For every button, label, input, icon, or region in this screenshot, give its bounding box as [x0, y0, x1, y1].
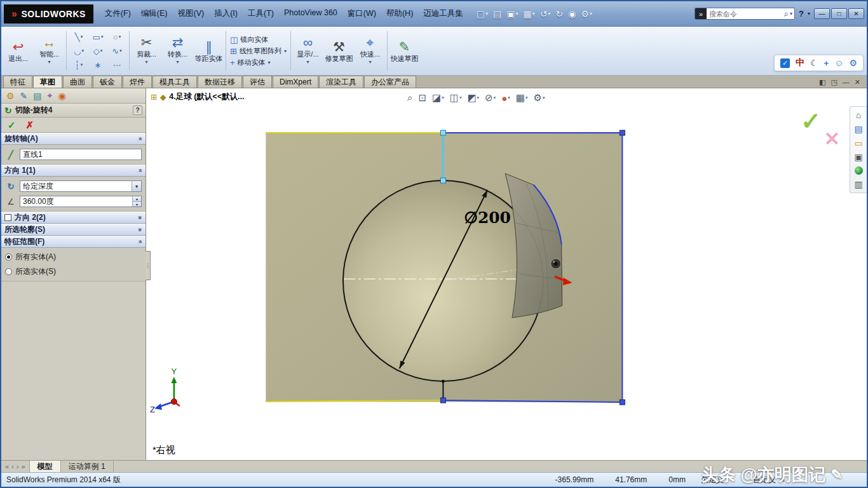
part-name[interactable]: 4.足球 (默认<<默认...: [169, 92, 244, 102]
menu-window[interactable]: 窗口(W): [342, 6, 381, 22]
cancel-button[interactable]: ✗: [26, 119, 34, 131]
display-style-button[interactable]: ◩▾: [465, 92, 481, 104]
tree-expand-icon[interactable]: ⊞: [151, 93, 157, 102]
home-icon[interactable]: ⌂: [856, 111, 861, 119]
rectangle-tool[interactable]: ▭▾: [88, 30, 107, 44]
vertex-handle-top-right[interactable]: [620, 130, 625, 135]
print-button[interactable]: ▦▾: [522, 8, 537, 20]
view-orientation-button[interactable]: ◫▾: [448, 92, 464, 104]
tab-office-products[interactable]: 办公室产品: [364, 76, 416, 88]
quick-snaps-button[interactable]: ⌖ 快速... ▾: [355, 28, 386, 74]
search-scope-icon[interactable]: »: [695, 8, 707, 19]
design-library-icon[interactable]: ▤: [854, 125, 862, 133]
confirm-cancel-button[interactable]: ✕: [824, 128, 840, 150]
zoom-area-button[interactable]: ⊡: [416, 92, 428, 104]
moon-icon[interactable]: ☾: [810, 58, 818, 68]
open-button[interactable]: ▤: [491, 8, 503, 20]
repair-sketch-button[interactable]: ⚒ 修复草图: [323, 28, 355, 74]
displaymanager-tab-icon[interactable]: ◉: [58, 91, 65, 101]
sketch-point[interactable]: [442, 380, 445, 383]
rebuild-button[interactable]: ◉: [566, 8, 578, 20]
earth-appearances-icon[interactable]: [855, 166, 863, 175]
mirror-entities-button[interactable]: ◫ 镜向实体: [230, 35, 287, 44]
help-dropdown-icon[interactable]: ▾: [808, 11, 810, 17]
tab-dimxpert[interactable]: DimXpert: [273, 76, 318, 88]
configurationmanager-tab-icon[interactable]: ▤: [33, 91, 41, 101]
new-document-button[interactable]: ▢▾: [475, 8, 490, 20]
last-tab-icon[interactable]: »: [21, 463, 25, 470]
menu-maidi-tools[interactable]: 迈迪工具集: [418, 6, 468, 22]
doc-minimize-icon[interactable]: —: [843, 78, 850, 86]
spline-tool[interactable]: ∿▾: [107, 44, 126, 58]
selected-bodies-radio[interactable]: [5, 268, 12, 275]
vertex-handle-selected-mid[interactable]: [440, 178, 445, 183]
tab-weldments[interactable]: 焊件: [123, 76, 152, 88]
undo-button[interactable]: ↺▾: [538, 8, 553, 20]
direction2-section-header[interactable]: 方向 2(2) »: [1, 212, 146, 224]
selected-bodies-option[interactable]: 所选实体(S): [5, 266, 142, 277]
polygon-tool[interactable]: ◇▾: [88, 44, 107, 58]
user-icon[interactable]: ☺: [834, 58, 843, 68]
view-settings-button[interactable]: ⚙▾: [531, 92, 546, 104]
more-sketch-tools[interactable]: ⋯: [107, 58, 126, 72]
menu-help[interactable]: 帮助(H): [381, 6, 418, 22]
settings-gear-icon[interactable]: ⚙: [849, 58, 857, 68]
next-tab-icon[interactable]: ›: [17, 463, 19, 470]
section-view-button[interactable]: ◪▾: [430, 92, 446, 104]
tab-render-tools[interactable]: 渲染工具: [319, 76, 363, 88]
tab-features[interactable]: 特征: [3, 76, 32, 88]
menu-photoview[interactable]: PhotoView 360: [279, 6, 342, 22]
model-tab[interactable]: 模型: [29, 461, 61, 472]
point-tool[interactable]: ∗: [88, 58, 107, 72]
rapid-sketch-button[interactable]: ✎ 快速草图: [389, 28, 420, 74]
apply-scene-button[interactable]: ▦▾: [514, 92, 530, 104]
centerline-tool[interactable]: ┆▾: [69, 58, 88, 72]
line-tool[interactable]: ╲▾: [69, 30, 88, 44]
chevron-up-icon[interactable]: »: [137, 240, 144, 244]
feature-scope-section-header[interactable]: 特征范围(F) »: [1, 236, 146, 248]
convert-entities-button[interactable]: ⇄ 转换... ▾: [162, 28, 193, 74]
menu-tools[interactable]: 工具(T): [243, 6, 279, 22]
chevron-down-icon[interactable]: »: [137, 228, 144, 232]
confirm-ok-button[interactable]: ✓: [801, 107, 821, 135]
axis-section-header[interactable]: 旋转轴(A) »: [1, 133, 146, 145]
panes-icon[interactable]: ◧: [819, 78, 825, 86]
add-icon[interactable]: +: [824, 58, 829, 68]
spin-down-icon[interactable]: ▾: [133, 202, 141, 207]
display-relations-button[interactable]: ∞ 显示/... ▾: [292, 28, 323, 74]
linear-pattern-button[interactable]: ⊞ 线性草图阵列 ▾: [230, 46, 287, 56]
vertex-handle-bottom-left[interactable]: [440, 398, 445, 403]
search-bar[interactable]: » ⌕ ▾: [695, 8, 795, 20]
direction2-checkbox[interactable]: [4, 214, 11, 221]
move-entities-button[interactable]: + 移动实体 ▾: [230, 58, 287, 67]
dimxpertmanager-tab-icon[interactable]: ⌖: [48, 90, 53, 101]
prev-tab-icon[interactable]: ‹: [11, 463, 14, 470]
tab-evaluate[interactable]: 评估: [243, 76, 272, 88]
menu-file[interactable]: 文件(F): [100, 6, 136, 22]
tab-sketch[interactable]: 草图: [33, 76, 62, 88]
revolve-direction-icon[interactable]: ↻: [5, 182, 17, 191]
file-explorer-icon[interactable]: ▭: [854, 139, 862, 147]
panel-splitter-handle[interactable]: ⋮: [146, 251, 151, 280]
menu-view[interactable]: 视图(V): [173, 6, 210, 22]
select-dropdown-icon[interactable]: ▾: [132, 181, 141, 191]
search-dropdown-icon[interactable]: ▾: [790, 11, 794, 17]
search-icon[interactable]: ⌕: [783, 9, 790, 19]
axis-selection-field[interactable]: 直线1: [20, 149, 142, 160]
view-palette-icon[interactable]: ▣: [854, 152, 862, 161]
restore-button[interactable]: □: [831, 8, 847, 19]
featuremanager-tab-icon[interactable]: ⚙: [6, 91, 15, 101]
propertymanager-tab-icon[interactable]: ✎: [20, 91, 28, 101]
pm-help-button[interactable]: ?: [133, 105, 142, 115]
blue-check-icon[interactable]: ✓: [780, 58, 790, 68]
all-bodies-radio[interactable]: [5, 254, 12, 261]
doc-close-icon[interactable]: ✕: [855, 78, 860, 86]
menu-edit[interactable]: 编辑(E): [136, 6, 173, 22]
tab-surfaces[interactable]: 曲面: [63, 76, 92, 88]
cascade-icon[interactable]: ◳: [831, 78, 837, 86]
redo-button[interactable]: ↻: [554, 8, 566, 20]
diameter-dimension-label[interactable]: ∅200: [464, 208, 511, 227]
save-button[interactable]: ▣▾: [505, 8, 520, 20]
trim-entities-button[interactable]: ✂ 剪裁... ▾: [131, 28, 162, 74]
arc-tool[interactable]: ◡▾: [69, 44, 88, 58]
